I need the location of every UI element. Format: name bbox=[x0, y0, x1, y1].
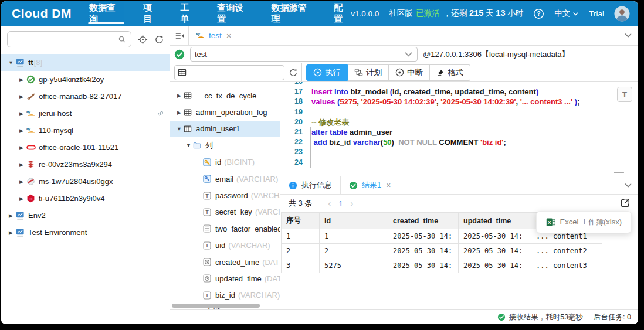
code-line[interactable]: 22 add biz_id varchar(50) NOT NULL COMME… bbox=[280, 137, 638, 147]
sidebar-item-0[interactable]: ▼tt[8] bbox=[1, 54, 170, 71]
object-tree-item-8[interactable]: two_factor_enabled bbox=[170, 220, 280, 237]
expand-arrow-icon[interactable]: ▶ bbox=[16, 94, 26, 100]
refresh-icon[interactable] bbox=[154, 35, 164, 45]
object-tree-item-3[interactable]: ▼列 bbox=[170, 137, 280, 154]
refresh-tables-icon[interactable] bbox=[289, 68, 298, 77]
code-line[interactable]: 23 bbox=[280, 147, 638, 157]
tab-result-1[interactable]: 结果1 × bbox=[341, 176, 399, 194]
table-cell[interactable]: 2025-05-30 14: bbox=[388, 244, 459, 258]
table-cell[interactable]: 1 bbox=[282, 229, 320, 244]
sidebar-item-6[interactable]: ▶re-00vz23ms3a9x294 bbox=[1, 156, 170, 173]
sidebar-item-7[interactable]: ▶ms-1w7u2804usi0ggx bbox=[1, 173, 170, 190]
expand-arrow-icon[interactable]: ▶ bbox=[16, 196, 26, 202]
table-cell[interactable]: 2 bbox=[320, 244, 388, 258]
current-page[interactable]: 1 bbox=[338, 199, 343, 208]
horizontal-scrollbar[interactable] bbox=[172, 304, 260, 308]
code-line[interactable]: 21alter table admin_user bbox=[280, 127, 638, 137]
nav-item-0[interactable]: 数据查询 bbox=[89, 1, 123, 26]
object-tree-item-11[interactable]: updated_time(DATE bbox=[170, 270, 280, 287]
object-tree-item-9[interactable]: Tuid(VARCHAR) bbox=[170, 237, 280, 254]
table-cell[interactable]: 2025-05-30 14: bbox=[459, 229, 531, 244]
column-header-updated_time[interactable]: updated_time bbox=[459, 213, 531, 229]
sidebar-item-2[interactable]: ▶office-mariadb-82-27017 bbox=[1, 88, 170, 105]
code-line[interactable]: 24 bbox=[280, 158, 638, 168]
table-cell[interactable]: 2025-05-30 14: bbox=[459, 258, 531, 273]
expand-arrow-icon[interactable]: ▶ bbox=[6, 230, 16, 236]
table-cell[interactable]: 2025-05-30 14: bbox=[459, 244, 531, 258]
code-line[interactable]: 18values (5275, '2025-05-30 14:02:39', '… bbox=[280, 97, 638, 107]
expand-arrow-icon[interactable]: ▶ bbox=[16, 145, 26, 151]
expand-arrow-icon[interactable]: ▶ bbox=[16, 111, 26, 117]
execute-button[interactable]: 执行 bbox=[306, 64, 348, 81]
expand-arrow-icon[interactable]: ▶ bbox=[16, 162, 26, 168]
nav-item-1[interactable]: 项目 bbox=[143, 1, 160, 26]
interrupt-button[interactable]: 中断 bbox=[389, 64, 430, 81]
sidebar-item-3[interactable]: ▶Myjierui-host bbox=[1, 105, 170, 122]
plan-button[interactable]: 计划 bbox=[348, 64, 389, 81]
table-cell[interactable]: 2025-05-30 14: bbox=[388, 258, 459, 273]
prev-page-button[interactable]: ‹ bbox=[328, 199, 331, 208]
sidebar-item-10[interactable]: ▶Test Environment bbox=[1, 224, 170, 241]
column-header-id[interactable]: id bbox=[320, 213, 388, 229]
export-icon[interactable] bbox=[620, 198, 631, 208]
object-tree-item-5[interactable]: email(VARCHAR) bbox=[170, 171, 280, 187]
object-tree-item-12[interactable]: Tbiz_id(VARCHAR) bbox=[170, 287, 280, 304]
table-cell[interactable]: 5275 bbox=[320, 258, 388, 273]
table-cell[interactable]: ... content3 bbox=[531, 258, 602, 273]
language-selector[interactable]: 中文 bbox=[554, 8, 579, 19]
expand-arrow-icon[interactable]: ▶ bbox=[175, 110, 184, 115]
expand-arrow-icon[interactable]: ▶ bbox=[16, 77, 26, 83]
table-cell[interactable]: 3 bbox=[282, 258, 320, 273]
table-cell[interactable]: 2025-05-30 14: bbox=[388, 229, 459, 244]
table-cell[interactable]: 1 bbox=[320, 229, 388, 244]
tabbar-chevron-down-icon[interactable] bbox=[624, 31, 632, 39]
sidebar-item-9[interactable]: ▶Env2 bbox=[1, 207, 170, 224]
table-filter-input[interactable] bbox=[188, 68, 281, 77]
column-header-created_time[interactable]: created_time bbox=[388, 213, 459, 229]
nav-item-4[interactable]: 数据源管理 bbox=[271, 1, 314, 26]
sidebar-item-4[interactable]: ▶My110-mysql bbox=[1, 122, 170, 139]
table-filter-box[interactable] bbox=[174, 65, 284, 80]
tab-execution-info[interactable]: 执行信息 bbox=[280, 176, 341, 194]
nav-item-5[interactable]: 配置 bbox=[334, 1, 351, 26]
table-cell[interactable]: ... content2 bbox=[531, 244, 602, 258]
object-tree-item-10[interactable]: created_time(DATE bbox=[170, 254, 280, 270]
avatar[interactable] bbox=[614, 6, 630, 22]
nav-item-3[interactable]: 查询设置 bbox=[217, 1, 251, 26]
object-tree-item-6[interactable]: Tpassword(VARCHAR bbox=[170, 187, 280, 203]
sidebar-item-8[interactable]: ▶Titi-u7611b2n3y9i0v4 bbox=[1, 190, 170, 207]
collapse-arrow-icon[interactable]: ▼ bbox=[184, 309, 193, 309]
sql-editor[interactable]: 1617insert into biz_model (id, created_t… bbox=[280, 82, 638, 176]
collapse-arrow-icon[interactable]: ▼ bbox=[175, 126, 184, 132]
collapse-arrow-icon[interactable]: ▼ bbox=[184, 142, 193, 148]
collapse-arrow-icon[interactable]: ▼ bbox=[6, 60, 16, 66]
object-tree-item-7[interactable]: Tsecret_key(VARCHA bbox=[170, 204, 280, 220]
object-tree-item-2[interactable]: ▼admin_user1 bbox=[170, 121, 280, 137]
link-icon[interactable] bbox=[157, 110, 164, 117]
expand-arrow-icon[interactable]: ▶ bbox=[16, 128, 26, 134]
object-tree-item-4[interactable]: id(BIGINT) bbox=[170, 154, 280, 171]
object-tree-item-1[interactable]: ▶admin_operation_log bbox=[170, 104, 280, 120]
code-line[interactable]: 16 bbox=[280, 82, 638, 87]
locate-icon[interactable] bbox=[138, 35, 148, 45]
sidebar-item-1[interactable]: ▶gp-y5u4kinztk4i2oy bbox=[1, 71, 170, 88]
expand-arrow-icon[interactable]: ▶ bbox=[16, 179, 26, 185]
sidebar-item-5[interactable]: ▶office-oracle-101-11521 bbox=[1, 139, 170, 156]
expand-arrow-icon[interactable]: ▶ bbox=[6, 213, 16, 219]
help-icon[interactable]: ? bbox=[533, 8, 544, 19]
results-chevron-down-icon[interactable] bbox=[624, 181, 632, 189]
search-input[interactable] bbox=[12, 35, 118, 45]
text-mode-button[interactable]: T bbox=[617, 87, 632, 102]
tab-close-icon[interactable]: × bbox=[226, 30, 232, 40]
export-menu[interactable]: X Excel 工作簿(xlsx) bbox=[536, 211, 632, 233]
expand-arrow-icon[interactable]: ▶ bbox=[175, 93, 184, 98]
database-selector[interactable]: test bbox=[190, 47, 418, 62]
table-cell[interactable]: 2 bbox=[282, 244, 320, 258]
result-tab-close-icon[interactable]: × bbox=[386, 181, 391, 190]
code-line[interactable]: 20-- 修改老表 bbox=[280, 117, 638, 127]
format-button[interactable]: 格式 bbox=[430, 64, 470, 81]
object-tree-item-0[interactable]: ▶__cc_tx_de_cycle bbox=[170, 87, 280, 104]
search-box[interactable] bbox=[7, 31, 131, 47]
code-line[interactable]: 19 bbox=[280, 107, 638, 117]
collapse-sidebar-button[interactable] bbox=[170, 26, 189, 45]
